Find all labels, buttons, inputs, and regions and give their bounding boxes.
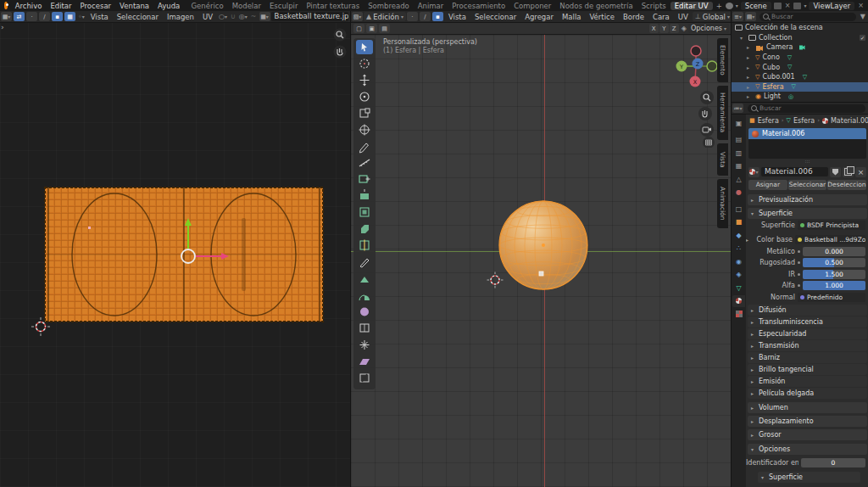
panel-transluminiscencia[interactable]: ▸Transluminiscencia <box>748 316 867 327</box>
panel-difusion[interactable]: ▸Difusión <box>748 305 867 316</box>
animate-dot-icon[interactable] <box>798 273 800 276</box>
outliner-row-light[interactable]: ▸ ◉ Light ◎ <box>732 92 868 102</box>
new-scene-icon[interactable] <box>774 3 782 9</box>
filter-funnel-icon[interactable]: ▼ <box>859 13 867 20</box>
uv-menu-uv[interactable]: UV <box>198 13 217 21</box>
tool-tab[interactable]: ▣ <box>732 117 745 129</box>
properties-search-input[interactable] <box>760 104 862 112</box>
constraints-tab[interactable]: ◈ <box>732 269 745 281</box>
editor-type-properties-icon[interactable]: ≔▾ <box>732 104 743 113</box>
uv-menu-imagen[interactable]: Imagen <box>163 13 198 21</box>
scene-selector[interactable]: Scene <box>741 2 771 10</box>
panel-volumen[interactable]: ▸Volumen <box>748 402 867 413</box>
collection-tab[interactable]: □ <box>732 203 745 215</box>
falloff-curve-icon[interactable]: ~ <box>249 13 259 20</box>
workspace-tab-animar[interactable]: Animar <box>414 2 448 10</box>
physics-tab[interactable]: ◉ <box>732 255 745 267</box>
viewlayer-selector[interactable]: ViewLayer <box>809 2 854 10</box>
unlink-scene-icon[interactable]: × <box>784 2 792 9</box>
mirror-y-toggle[interactable]: Y <box>659 24 669 33</box>
outliner-row-collection[interactable]: ▾ Collection ✓ <box>732 33 868 43</box>
tool-smooth[interactable] <box>360 308 369 316</box>
output-tab[interactable]: ▥ <box>732 147 745 159</box>
vp-menu-seleccionar[interactable]: Seleccionar <box>470 13 520 21</box>
viewport-canvas[interactable]: Personalizada (perspectiva) (1) Esfera |… <box>351 35 732 487</box>
workspace-tab-pintar-texturas[interactable]: Pintar texturas <box>302 2 364 10</box>
outliner-row-camera[interactable]: ▸ Camera <box>732 42 868 53</box>
panel-previsualizacion[interactable]: ▸Previsualización <box>748 194 867 205</box>
uv-canvas[interactable] <box>0 23 350 487</box>
object-data-tab[interactable]: ▽ <box>732 282 745 294</box>
viewport-perspective-toggle-icon[interactable] <box>703 137 715 148</box>
workspace-tab-procesamiento[interactable]: Procesamiento <box>448 2 509 10</box>
surface-shader-select[interactable]: BSDF Principista <box>798 221 865 230</box>
sidebar-tab-animacion[interactable]: Animación <box>717 179 728 228</box>
remove-viewlayer-icon[interactable]: × <box>857 2 865 9</box>
tweak-option-icon[interactable]: ▤ <box>379 24 390 33</box>
image-browse-icon[interactable]: ▦▾ <box>259 12 270 21</box>
modifiers-tab[interactable]: ◆ <box>732 229 745 241</box>
menu-editar[interactable]: Editar <box>46 2 75 10</box>
menu-procesar[interactable]: Procesar <box>76 2 116 10</box>
world-tab[interactable]: ● <box>732 187 745 199</box>
select-mode-vertex-icon[interactable]: · <box>407 12 418 21</box>
outliner-search[interactable] <box>760 13 856 21</box>
outliner-display-mode-icon[interactable]: ▤▾ <box>745 12 756 21</box>
expand-arrow-icon[interactable]: ▸ <box>747 84 753 90</box>
sphere-object[interactable] <box>499 201 587 289</box>
workspace-tab-editar-uv[interactable]: Editar UV <box>670 2 713 10</box>
base-color-select[interactable]: Basketball ...9d9Zoom <box>795 235 865 244</box>
workspace-tab-scripts[interactable]: Scripts <box>637 2 670 10</box>
vp-menu-borde[interactable]: Borde <box>619 13 648 21</box>
menu-ayuda[interactable]: Ayuda <box>153 2 184 10</box>
panel-desplazamiento[interactable]: ▸Desplazamiento <box>748 416 867 427</box>
mirror-x-toggle[interactable]: X <box>649 24 659 33</box>
fake-user-shield-icon[interactable] <box>830 167 841 177</box>
animate-dot-icon[interactable] <box>798 284 800 287</box>
tool-select-box[interactable] <box>356 40 373 54</box>
mirror-z-toggle[interactable]: Z <box>670 24 679 33</box>
duplicate-material-icon[interactable] <box>843 167 854 177</box>
animate-dot-icon[interactable] <box>798 250 800 253</box>
outliner-row-cono[interactable]: ▸ ▽ Cono ▽ <box>732 53 868 63</box>
material-slot-item[interactable]: Material.006 <box>748 128 866 139</box>
menu-ventana[interactable]: Ventana <box>115 2 153 10</box>
expand-arrow-icon[interactable]: ▸ <box>746 237 752 243</box>
panel-barniz[interactable]: ▸Barniz <box>748 352 867 363</box>
breadcrumb-material[interactable]: Material.006 <box>831 117 868 125</box>
deselect-button[interactable]: Deseleccionar <box>827 180 866 190</box>
editor-type-image-icon[interactable]: ▦▾ <box>1 12 12 21</box>
vp-menu-vista[interactable]: Vista <box>444 13 470 21</box>
axis-orbit-gizmo[interactable]: Y Z X <box>676 46 718 87</box>
animate-dot-icon[interactable] <box>798 261 800 264</box>
workspace-tab-componer[interactable]: Componer <box>509 2 555 10</box>
editor-type-3d-icon[interactable]: ▧▾ <box>352 12 363 21</box>
expand-arrow-icon[interactable]: ▸ <box>747 74 753 80</box>
viewport-camera-view-icon[interactable] <box>700 123 714 137</box>
assign-button[interactable]: Asignar <box>748 180 787 190</box>
snap-magnet-icon[interactable]: ∪ <box>229 13 237 20</box>
pass-index-field[interactable]: 0 <box>801 458 865 467</box>
view-layer-tab[interactable]: ▦ <box>732 160 745 172</box>
render-tab[interactable]: ▤ <box>732 134 745 146</box>
outliner-row-esfera[interactable]: ▸ ▽ Esfera ▽ <box>732 82 868 92</box>
uv-menu-seleccionar[interactable]: Seleccionar <box>113 13 163 21</box>
viewport-zoom-icon[interactable] <box>700 91 714 104</box>
vp-menu-agregar[interactable]: Agregar <box>520 13 558 21</box>
uv-zoom-icon[interactable] <box>334 29 347 42</box>
breadcrumb-object[interactable]: Esfera <box>758 117 779 125</box>
normal-select[interactable]: Predefinido <box>798 293 865 302</box>
panel-brillo-tangencial[interactable]: ▸Brillo tangencial <box>748 364 867 375</box>
panel-grosor[interactable]: ▸Grosor <box>748 429 867 440</box>
tweak-option-icon[interactable]: ▣ <box>366 24 377 33</box>
object-tab[interactable]: ■ <box>732 216 745 228</box>
mode-selector[interactable]: ▲Edición▾ <box>364 12 406 21</box>
tweak-option-icon[interactable]: ▢ <box>353 24 364 33</box>
panel-transmision[interactable]: ▸Transmisión <box>748 340 867 351</box>
options-dropdown[interactable]: Opciones▾ <box>688 24 729 33</box>
workspace-tab-nodos-geometria[interactable]: Nodos de geometría <box>555 2 637 10</box>
tool-settings-gear-icon[interactable]: ◈ <box>680 25 688 32</box>
panel-opciones[interactable]: ▾Opciones <box>748 444 867 455</box>
pivot-point-icon[interactable]: ○▾ <box>217 13 229 20</box>
breadcrumb-data[interactable]: Esfera <box>793 117 815 125</box>
